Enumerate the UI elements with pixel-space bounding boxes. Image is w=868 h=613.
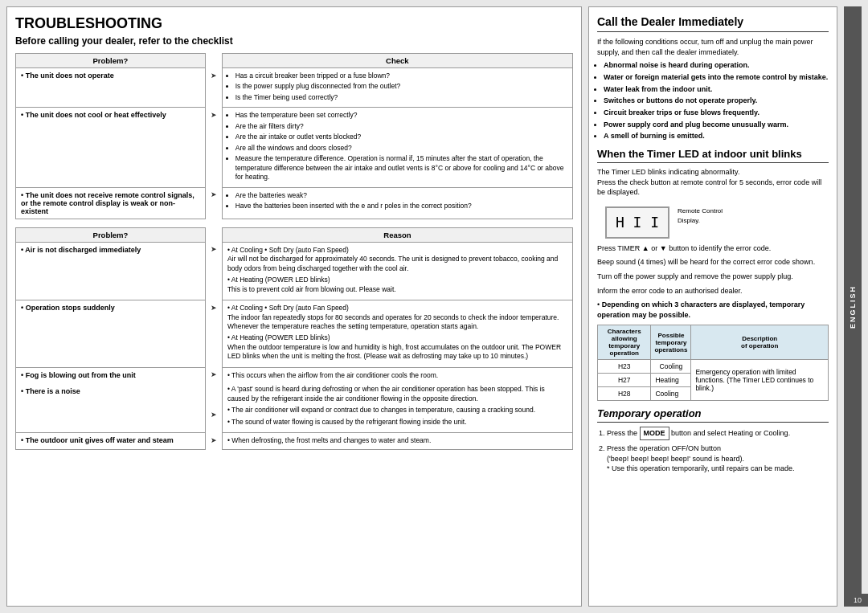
problem-cell: • The unit does not operate <box>16 68 206 108</box>
when-timer-title: When the Timer LED at indoor unit blinks <box>597 148 829 163</box>
table-row: H23 Cooling Emergency operation with lim… <box>598 360 829 374</box>
arrow-icon: ➤ <box>205 108 222 187</box>
lcd-section: H I I Remote ControlDisplay. <box>597 202 829 243</box>
right-panel: Call the Dealer Immediately If the follo… <box>588 6 837 607</box>
problem-cell: • Operation stops suddenly <box>16 300 206 368</box>
page-title: TROUBLESHOOTING <box>15 15 573 32</box>
remote-label: Remote ControlDisplay. <box>678 202 829 226</box>
list-item: Press the operation OFF/ON button('beep!… <box>607 443 829 474</box>
list-item: Abnormal noise is heard during operation… <box>604 61 829 71</box>
lcd-display: H I I <box>605 206 669 239</box>
arrow-icon: ➤ <box>205 433 222 449</box>
table-row: • Fog is blowing out from the unit • The… <box>16 367 573 432</box>
problem-cell: • The unit does not receive remote contr… <box>16 187 206 219</box>
operation-cell: Cooling <box>651 360 691 374</box>
check-cell: Are the batteries weak? Have the batteri… <box>222 187 572 219</box>
problem-header-2: Problem? <box>16 227 206 242</box>
list-item: Switches or buttons do not operate prope… <box>604 96 829 106</box>
operation-cell: Cooling <box>651 387 691 401</box>
reason-cell: • At Cooling • Soft Dry (auto Fan Speed)… <box>222 300 572 368</box>
temp-op-list: Press the MODE button and select Heating… <box>607 427 829 473</box>
reason-cell: • When defrosting, the frost melts and c… <box>222 433 572 449</box>
table-row: • The unit does not operate ➤ Has a circ… <box>16 68 573 108</box>
problem-check-table: Problem? Check • The unit does not opera… <box>15 53 573 219</box>
call-dealer-intro: If the following conditions occur, turn … <box>597 37 829 57</box>
list-item: Water or foreign material gets into the … <box>604 73 829 83</box>
timer-info-3: Turn off the power supply and remove the… <box>597 272 829 282</box>
desc-cell: Emergency operation with limited functio… <box>691 360 829 401</box>
problem-reason-table: Problem? Reason • Air is not discharged … <box>15 227 573 450</box>
problem-cell: • The outdoor unit gives off water and s… <box>16 433 206 449</box>
main-content: TROUBLESHOOTING Before calling your deal… <box>0 0 868 613</box>
operation-cell: Heating <box>651 374 691 387</box>
arrow-icon: ➤ <box>205 68 222 108</box>
char-cell: H23 <box>598 360 651 374</box>
char-cell: H28 <box>598 387 651 401</box>
chars-col-header: Characters allowingtemporaryoperation <box>598 325 651 360</box>
timer-info-2: Beep sound (4 times) will be heard for t… <box>597 257 829 268</box>
arrow-icon: ➤ <box>205 242 222 300</box>
call-dealer-title: Call the Dealer Immediately <box>597 15 829 32</box>
check-cell: Has the temperature been set correctly? … <box>222 108 572 187</box>
reason-cell: • At Cooling • Soft Dry (auto Fan Speed)… <box>222 242 572 300</box>
mode-button: MODE <box>640 427 669 440</box>
english-tab: ENGLISH <box>844 6 862 607</box>
reason-cell: • This occurs when the airflow from the … <box>222 367 572 432</box>
call-dealer-list: Abnormal noise is heard during operation… <box>604 61 829 141</box>
list-item: Power supply cord and plug become unusua… <box>604 121 829 130</box>
arrow-icon: ➤ <box>205 300 222 368</box>
table-row: • The unit does not cool or heat effecti… <box>16 108 573 187</box>
check-header: Check <box>222 54 572 68</box>
timer-info-4: Inform the error code to an authorised d… <box>597 286 829 296</box>
problem-cell: • The unit does not cool or heat effecti… <box>16 108 206 187</box>
when-timer-intro: The Timer LED blinks indicating abnormal… <box>597 167 829 198</box>
reason-header: Reason <box>222 227 572 242</box>
problem-cell: • Fog is blowing out from the unit • The… <box>16 367 206 432</box>
left-panel: TROUBLESHOOTING Before calling your deal… <box>6 6 582 607</box>
page-subtitle: Before calling your dealer, refer to the… <box>15 35 573 47</box>
arrow-icon: ➤ <box>205 187 222 219</box>
table-row: • Operation stops suddenly ➤ • At Coolin… <box>16 300 573 368</box>
timer-info-1: Press TIMER ▲ or ▼ button to identify th… <box>597 243 829 254</box>
table-row: • The unit does not receive remote contr… <box>16 187 573 219</box>
table-row: • Air is not discharged immediately ➤ • … <box>16 242 573 300</box>
temp-op-title: Temporary operation <box>597 407 829 423</box>
problem-cell: • Air is not discharged immediately <box>16 242 206 300</box>
page-number: 10 <box>847 594 868 607</box>
list-item: A smell of burning is emitted. <box>604 132 829 141</box>
depending-note: • Depending on which 3 characters are di… <box>597 300 829 320</box>
chars-table: Characters allowingtemporaryoperation Po… <box>597 325 829 401</box>
problem-header: Problem? <box>16 54 206 68</box>
list-item: Circuit breaker trips or fuse blows freq… <box>604 108 829 118</box>
arrow-icon: ➤➤ <box>205 367 222 432</box>
char-cell: H27 <box>598 374 651 387</box>
possible-col-header: Possibletemporaryoperations <box>651 325 691 360</box>
check-cell: Has a circuit breaker been tripped or a … <box>222 68 572 108</box>
list-item: Water leak from the indoor unit. <box>604 85 829 95</box>
list-item: Press the MODE button and select Heating… <box>607 427 829 440</box>
desc-col-header: Descriptionof operation <box>691 325 829 360</box>
table-row: • The outdoor unit gives off water and s… <box>16 433 573 449</box>
